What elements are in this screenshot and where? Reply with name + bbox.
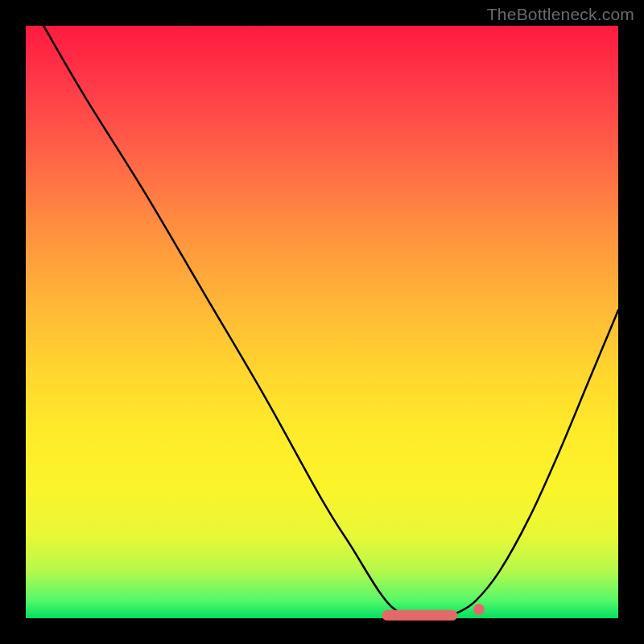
chart-frame: TheBottleneck.com — [0, 0, 644, 644]
attribution-text: TheBottleneck.com — [487, 5, 634, 24]
bottom-dot — [473, 604, 485, 615]
plot-svg — [26, 26, 618, 618]
plot-area — [26, 26, 618, 618]
curve-line — [43, 26, 618, 619]
